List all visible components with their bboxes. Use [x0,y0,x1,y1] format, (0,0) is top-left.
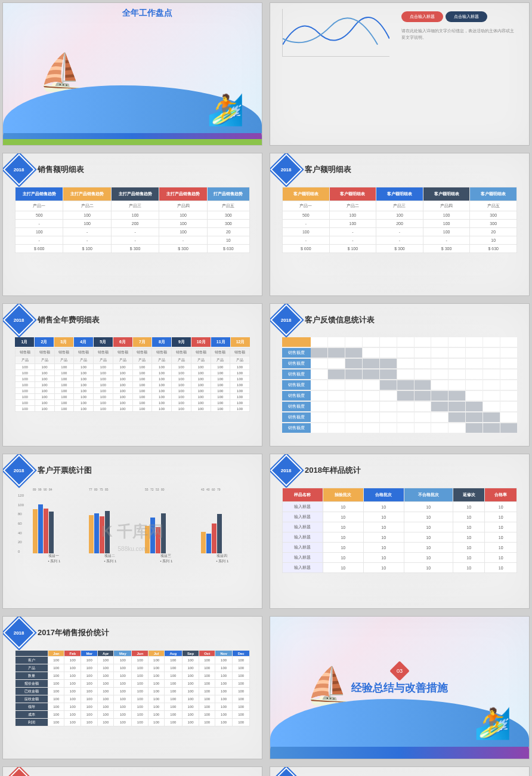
monthly-table: 销售额销售额销售额销售额销售额销售额销售额销售额销售额销售额销售额销售额 产品产… [15,348,250,412]
slide-quote-stats: 2018 2017年销售报价统计 JanFebMarAprMayJunJulAu… [2,616,262,759]
customer-table: 客户额明细表客户额明细表客户额明细表客户额明细表客户额明细表 产品一产品二产品三… [282,187,517,253]
green-bar [3,139,262,145]
year-badge: 2018 [3,617,35,649]
sales-table: 主打产品销售趋势主打产品销售趋势主打产品销售趋势主打产品销售趋势打产品销售趋势 … [15,187,250,253]
quote-table: JanFebMarAprMayJunJulAugSepOctNovDec 客户1… [15,650,250,726]
slide-title: 2017年销售报价统计 [38,627,109,638]
slide-title: 客户额明细表 [305,164,351,175]
slide-section-cover: ⛵ 03 经验总结与改善措施 🏄 [270,616,530,759]
slide-title: 销售额明细表 [38,164,84,175]
slide-title: 客户反馈信息统计表 [305,315,375,325]
slide-feedback-gantt: 2018 客户反馈信息统计表 JanFebMarAprMayJunJulAugS… [270,303,530,446]
year-badge: 2018 [3,454,35,486]
pill-button-1[interactable]: 点击输入标题 [401,11,443,22]
year-badge: 2018 [270,454,302,486]
year-badge: 2018 [270,153,302,186]
slide-curve: 点击输入标题 点击输入标题 请在此处输入详细的文字介绍信息，表达活动的主体内容或… [270,2,530,146]
slide-bar-chart: 2018 客户开票统计图 120100806040200 89999084项目一… [2,454,262,609]
line-chart-placeholder [282,9,389,57]
year-badge: 2018 [270,767,302,776]
bar-chart: 120100806040200 89999084项目一• 系列 17780758… [15,488,250,571]
slide-summary-2: 2018 经验总结分享 点击输入标题 请在此处添加具体段落文本信息，表达活动的主… [270,766,530,776]
year-badge: 2018 [3,767,35,776]
year-badge: 2018 [270,304,302,336]
sailboat-icon: ⛵ [39,51,83,93]
slide-sales-detail: 2018 销售额明细表 主打产品销售趋势主打产品销售趋势主打产品销售趋势主打产品… [2,153,262,296]
year-badge: 2018 [3,304,35,336]
slide-cover-1: ⛵ 全年工作盘点 🏄 [2,2,262,146]
section-number-badge: 03 [389,661,410,681]
section-title: 经验总结与改善措施 [351,680,448,695]
slide-annual-expense: 2018 销售全年费明细表 1月2月3月4月5月6月7月8月9月10月11月12… [2,303,262,446]
surfer-icon: 🏄 [207,93,244,127]
slide-summary-1: 2018 经验总结分享 总体目标顺利完成点击输入简要文字内容，文字内容需概括精炼… [2,766,262,776]
slide-customer-detail: 2018 客户额明细表 客户额明细表客户额明细表客户额明细表客户额明细表客户额明… [270,153,530,296]
cover-title: 全年工作盘点 [122,8,172,19]
sailboat-icon: ⛵ [306,664,351,707]
slide-title: 客户开票统计图 [38,465,92,476]
sample-table: 样品名称抽验批次合格批次不合格批次返修次合格率 输入标题1010101010输入… [282,488,517,573]
slide-title: 销售全年费明细表 [38,315,100,325]
desc-text: 请在此处输入详细的文字介绍信息，表达活动的主体内容或主要文字说明。 [401,28,517,41]
pill-button-2[interactable]: 点击输入标题 [446,11,487,22]
year-badge: 2018 [3,153,35,186]
slide-title: 2018年样品统计 [305,465,361,476]
surfer-icon: 🏄 [474,706,511,741]
slide-sample-stats: 2018 2018年样品统计 样品名称抽验批次合格批次不合格批次返修次合格率 输… [270,454,530,609]
